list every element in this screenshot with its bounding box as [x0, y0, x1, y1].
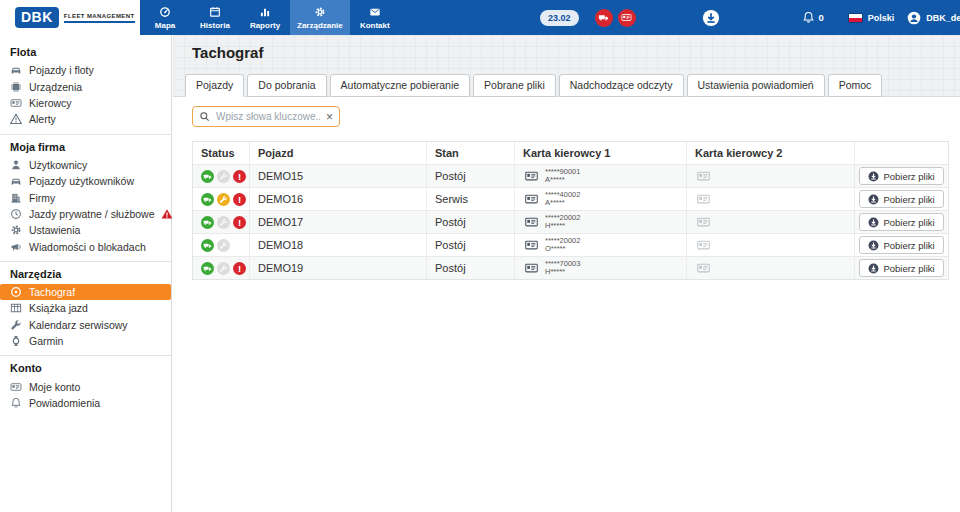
content-header: Tachograf Pojazdy Do pobrania Automatycz…	[173, 35, 960, 97]
vehicle-cell: DEMO18	[250, 234, 427, 256]
download-button-label: Pobierz pliki	[883, 171, 934, 182]
download-files-button[interactable]: Pobierz pliki	[859, 190, 943, 208]
tab-automatyczne-pobieranie[interactable]: Automatyczne pobieranie	[330, 74, 471, 97]
status-cell	[193, 211, 250, 233]
sidebar-item-label: Książka jazd	[29, 302, 88, 314]
calendar-icon	[209, 6, 221, 18]
sidebar-item-label: Urządzenia	[29, 81, 82, 93]
sidebar-item-ustawienia[interactable]: Ustawienia	[0, 222, 171, 238]
card-owner: O*****	[545, 245, 580, 254]
page-title: Tachograf	[173, 35, 960, 61]
vehicle-status-icon	[201, 262, 214, 275]
bell-icon[interactable]	[802, 11, 815, 24]
driver-card-empty-icon	[695, 261, 712, 275]
main-content: Tachograf Pojazdy Do pobrania Automatycz…	[173, 35, 960, 512]
sidebar-item-firmy[interactable]: Firmy	[0, 189, 171, 205]
sidebar-item-alerty[interactable]: Alerty	[0, 111, 171, 127]
service-status-icon	[217, 193, 230, 206]
card-alert-icon[interactable]	[618, 9, 636, 27]
sidebar-item-urzadzenia[interactable]: Urządzenia	[0, 78, 171, 94]
sidebar-item-kalendarz-serwisowy[interactable]: Kalendarz serwisowy	[0, 317, 171, 333]
nav-item-kontakt[interactable]: Kontakt	[350, 0, 400, 35]
sidebar-item-label: Alerty	[29, 113, 56, 125]
alert-status-icon	[233, 170, 246, 183]
column-header-actions	[855, 142, 948, 164]
download-manager-icon[interactable]	[702, 9, 720, 27]
vehicle-alert-icon[interactable]	[595, 9, 613, 27]
tab-pomoc[interactable]: Pomoc	[828, 74, 883, 97]
user-menu[interactable]: DBK_demo	[907, 11, 960, 25]
sidebar-item-garmin[interactable]: Garmin	[0, 333, 171, 349]
notification-count: 0	[819, 12, 824, 23]
tachograph-icon	[10, 286, 22, 298]
driver-card-empty-icon	[695, 238, 712, 252]
gear-icon	[314, 6, 326, 18]
date-badge: 23.02	[540, 10, 579, 26]
dbk-logo-badge: DBK	[15, 7, 59, 28]
main-nav: Mapa Historia Raporty Zarządzanie Kontak…	[140, 0, 400, 35]
service-status-icon	[217, 216, 230, 229]
download-files-button[interactable]: Pobierz pliki	[859, 213, 943, 231]
nav-label: Kontakt	[360, 21, 390, 30]
sidebar-item-wiadomosci-o-blokadach[interactable]: Wiadomości o blokadach	[0, 239, 171, 255]
actions-cell: Pobierz pliki	[855, 234, 948, 256]
nav-label: Raporty	[250, 21, 280, 30]
divider	[0, 261, 171, 262]
tab-ustawienia-powiadomien[interactable]: Ustawienia powiadomień	[687, 74, 825, 97]
download-files-button[interactable]: Pobierz pliki	[859, 259, 943, 277]
sidebar-heading-flota: Flota	[0, 46, 171, 58]
sidebar-item-kierowcy[interactable]: Kierowcy	[0, 95, 171, 111]
search-input[interactable]	[214, 110, 322, 123]
nav-item-historia[interactable]: Historia	[190, 0, 240, 35]
driver-card-1-cell: *****70003H*****	[515, 257, 687, 279]
sidebar-item-moje-konto[interactable]: Moje konto	[0, 378, 171, 394]
sidebar-item-label: Garmin	[29, 335, 63, 347]
download-button-label: Pobierz pliki	[883, 194, 934, 205]
table-row: DEMO17 Postój *****20002H***** Pobierz p…	[193, 210, 948, 233]
download-icon	[868, 194, 879, 205]
nav-label: Zarządzanie	[297, 21, 343, 30]
nav-item-mapa[interactable]: Mapa	[140, 0, 190, 35]
content-body: × Status Pojazd Stan Karta kierowcy 1 Ka…	[173, 97, 960, 280]
table-row: DEMO18 Postój *****20002O***** Pobierz p…	[193, 233, 948, 256]
poland-flag-icon[interactable]	[848, 13, 863, 23]
column-header-status: Status	[193, 142, 250, 164]
table-row: DEMO15 Postój *****90001A***** Pobierz p…	[193, 164, 948, 187]
sidebar-heading-konto: Konto	[0, 362, 171, 374]
sidebar-item-uzytkownicy[interactable]: Użytkownicy	[0, 157, 171, 173]
sidebar-item-powiadomienia[interactable]: Powiadomienia	[0, 395, 171, 411]
table-header-row: Status Pojazd Stan Karta kierowcy 1 Kart…	[193, 142, 948, 164]
download-files-button[interactable]: Pobierz pliki	[859, 236, 943, 254]
sidebar-item-pojazdy-uzytkownikow[interactable]: Pojazdy użytkowników	[0, 173, 171, 189]
device-icon	[10, 81, 22, 93]
driver-card-icon	[523, 261, 540, 275]
topbar: DBK FLEET MANAGEMENT Mapa Historia Rapor…	[0, 0, 960, 35]
nav-label: Historia	[200, 21, 230, 30]
sidebar-item-pojazdy-i-floty[interactable]: Pojazdy i floty	[0, 62, 171, 78]
download-files-button[interactable]: Pobierz pliki	[859, 167, 943, 185]
column-header-stan: Stan	[427, 142, 515, 164]
tab-do-pobrania[interactable]: Do pobrania	[247, 74, 326, 97]
tab-pobrane-pliki[interactable]: Pobrane pliki	[473, 74, 556, 97]
car-icon	[10, 175, 22, 187]
clear-search-icon[interactable]: ×	[326, 111, 333, 123]
sidebar-item-jazdy-prywatne-sluzbowe[interactable]: Jazdy prywatne / służbowe	[0, 206, 171, 222]
download-icon	[868, 171, 879, 182]
driver-card-2-cell	[687, 234, 855, 256]
nav-item-raporty[interactable]: Raporty	[240, 0, 290, 35]
tab-pojazdy[interactable]: Pojazdy	[185, 74, 244, 97]
megaphone-icon	[10, 241, 22, 253]
table-row: DEMO16 Serwis *****40002A***** Pobierz p…	[193, 187, 948, 210]
dbk-logo[interactable]: DBK FLEET MANAGEMENT	[0, 0, 140, 35]
state-cell: Postój	[427, 165, 515, 187]
sidebar-item-tachograf[interactable]: Tachograf	[0, 284, 171, 300]
sidebar-item-ksiazka-jazd[interactable]: Książka jazd	[0, 300, 171, 316]
download-button-label: Pobierz pliki	[883, 263, 934, 274]
language-selector[interactable]: Polski	[868, 13, 895, 23]
nav-item-zarzadzanie[interactable]: Zarządzanie	[290, 0, 350, 35]
tab-nadchodzace-odczyty[interactable]: Nadchodzące odczyty	[559, 74, 684, 97]
state-cell: Postój	[427, 211, 515, 233]
service-status-icon	[217, 262, 230, 275]
download-icon	[868, 240, 879, 251]
mail-icon	[369, 6, 381, 18]
